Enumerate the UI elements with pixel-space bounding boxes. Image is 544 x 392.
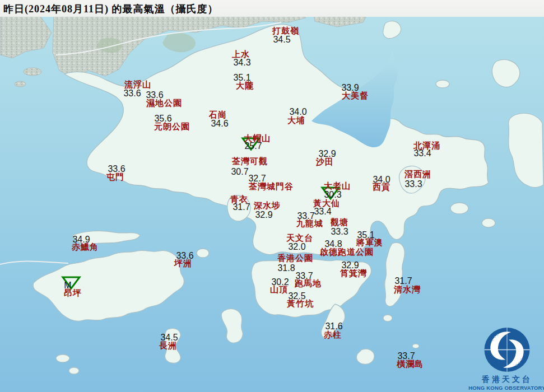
- station-name-label: 橫瀾島: [397, 360, 424, 368]
- hong-kong-map: [0, 0, 544, 392]
- station-value: 31.8: [277, 264, 295, 273]
- station-name-label: 香港公園: [277, 254, 313, 263]
- station-value: 33.4: [314, 207, 331, 216]
- station-name-label: 大隴: [236, 82, 254, 90]
- station-name-label: 筲箕灣: [340, 269, 367, 278]
- station-name-label: 流浮山: [124, 81, 151, 89]
- station-name-label: 北潭涌: [413, 142, 440, 150]
- station-name-label: 濕地公園: [146, 99, 182, 108]
- station-name-label: 黃大仙: [313, 199, 340, 208]
- hko-emblem-icon: [481, 327, 533, 374]
- hko-temperature-map: 昨日(2024年08月11日) 的最高氣溫（攝氏度） 34.5打鼓嶺34.3上水…: [0, 0, 544, 392]
- station-name-label: 天文台: [286, 234, 313, 242]
- peng-chau-island: [197, 249, 209, 258]
- station-value: 34.3: [233, 58, 250, 67]
- station-name-label: 赤柱: [324, 331, 342, 339]
- logo-name-zh: 香港天文台: [482, 375, 532, 385]
- station-name-label: 石崗: [209, 111, 227, 119]
- station-value: 33.6: [123, 89, 141, 98]
- station-name-label: 西貢: [373, 183, 390, 192]
- station-name-label: 大美督: [342, 92, 369, 100]
- station-name-label: 將軍澳: [356, 239, 383, 247]
- station-name-label: 長洲: [159, 342, 177, 350]
- station-name-label: 跑馬地: [295, 279, 322, 288]
- logo-name-en: HONG KONG OBSERVATORY: [468, 385, 544, 391]
- station-value: 32.0: [288, 242, 305, 251]
- station-name-label: 荃灣可觀: [232, 157, 268, 166]
- waglan-islet: [412, 344, 419, 348]
- station-name-label: 黃竹坑: [287, 300, 314, 308]
- station-value: 34.6: [211, 119, 228, 128]
- station-name-label: 清水灣: [394, 286, 421, 294]
- station-name-label: 大老山: [324, 182, 351, 190]
- page-title: 昨日(2024年08月11日) 的最高氣溫（攝氏度）: [3, 2, 218, 16]
- station-name-label: 觀塘: [331, 218, 348, 227]
- station-name-label: 九龍城: [296, 220, 323, 228]
- station-name-label: 上水: [232, 50, 250, 59]
- station-value: 30.7: [231, 167, 248, 176]
- hko-logo: 香港天文台 HONG KONG OBSERVATORY: [472, 327, 542, 391]
- station-name-label: 元朗公園: [154, 123, 190, 131]
- station-name-label: 坪洲: [174, 259, 192, 268]
- station-name-label: 深水埗: [254, 202, 281, 210]
- station-value: 32.9: [255, 211, 272, 220]
- station-name-label: 屯門: [106, 173, 124, 181]
- station-value: 33.3: [404, 180, 422, 189]
- station-name-label: 啟德跑道公園: [320, 248, 374, 256]
- station-value: 34.5: [273, 35, 290, 44]
- station-name-label: 大帽山: [244, 134, 271, 143]
- station-name-label: 青衣: [230, 195, 248, 204]
- station-name-label: 昂坪: [64, 289, 82, 297]
- station-name-label: 打鼓嶺: [272, 27, 299, 35]
- station-name-label: 大埔: [287, 116, 305, 125]
- station-name-label: 滘西洲: [404, 170, 431, 179]
- station-name-label: 荃灣城門谷: [249, 183, 294, 191]
- station-value: 33.4: [413, 149, 431, 158]
- station-name-label: 山頂: [270, 286, 288, 294]
- station-value: 25.7: [244, 142, 262, 151]
- station-value: 33.3: [331, 227, 348, 236]
- station-value: 31.7: [233, 203, 250, 212]
- station-name-label: 赤鱲角: [72, 243, 99, 251]
- station-name-label: 沙田: [316, 158, 334, 166]
